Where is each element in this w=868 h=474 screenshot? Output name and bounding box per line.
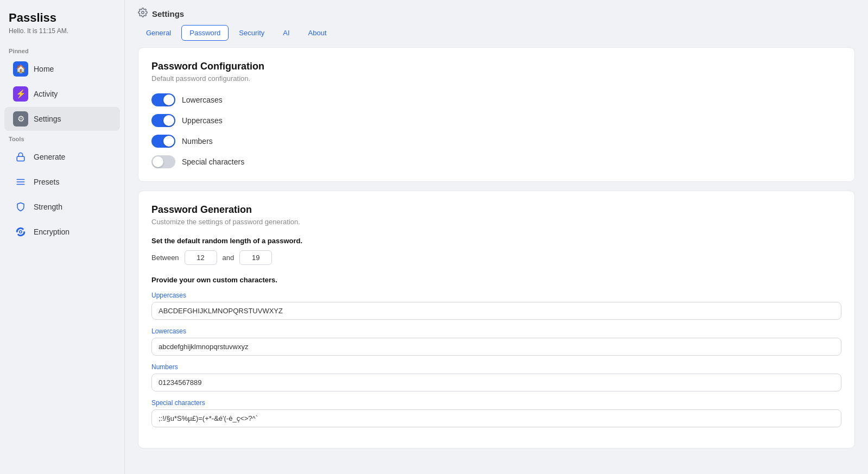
- toggle-numbers-thumb: [163, 136, 174, 147]
- page-header: Settings: [125, 0, 868, 25]
- uppercases-field-input[interactable]: [151, 302, 841, 320]
- encryption-icon: [13, 224, 28, 239]
- main-content: Settings General Password Security AI Ab…: [125, 0, 868, 474]
- svg-point-4: [20, 231, 22, 233]
- min-length-input[interactable]: [185, 250, 217, 265]
- tab-security[interactable]: Security: [231, 25, 273, 41]
- custom-chars-label: Provide your own custom characters.: [151, 276, 841, 284]
- content-area: Password Configuration Default password …: [125, 47, 868, 462]
- password-config-title: Password Configuration: [151, 61, 841, 72]
- app-logo: Passliss: [0, 11, 124, 27]
- activity-icon: ⚡: [13, 86, 28, 102]
- presets-icon: [13, 174, 28, 189]
- numbers-field-input[interactable]: [151, 374, 841, 391]
- length-section-label: Set the default random length of a passw…: [151, 237, 841, 245]
- sidebar-item-presets-label: Presets: [34, 178, 59, 186]
- numbers-field-group: Numbers: [151, 363, 841, 391]
- password-generation-title: Password Generation: [151, 204, 841, 216]
- toggle-row-uppercases: Uppercases: [151, 114, 841, 127]
- password-generation-subtitle: Customize the settings of password gener…: [151, 218, 841, 226]
- sidebar-item-settings-label: Settings: [34, 115, 61, 123]
- toggle-row-numbers: Numbers: [151, 135, 841, 148]
- toggle-row-lowercases: Lowercases: [151, 93, 841, 106]
- toggle-uppercases-label: Uppercases: [182, 116, 223, 125]
- special-chars-field-label: Special characters: [151, 399, 841, 407]
- lowercases-field-group: Lowercases: [151, 327, 841, 356]
- sidebar-item-presets[interactable]: Presets: [4, 170, 120, 194]
- pinned-section-label: Pinned: [0, 43, 124, 56]
- toggle-uppercases[interactable]: [151, 114, 175, 127]
- tabs-nav: General Password Security AI About: [125, 25, 868, 47]
- sidebar-item-generate[interactable]: Generate: [4, 145, 120, 169]
- toggle-numbers[interactable]: [151, 135, 175, 148]
- sidebar-item-home[interactable]: 🏠 Home: [4, 57, 120, 81]
- between-label: Between: [151, 254, 179, 262]
- sidebar-item-strength[interactable]: Strength: [4, 195, 120, 219]
- sidebar-item-encryption-label: Encryption: [34, 227, 69, 236]
- tab-general[interactable]: General: [138, 25, 179, 41]
- max-length-input[interactable]: [239, 250, 272, 265]
- password-generation-card: Password Generation Customize the settin…: [138, 191, 855, 448]
- numbers-field-label: Numbers: [151, 363, 841, 371]
- home-icon: 🏠: [13, 61, 28, 77]
- page-header-icon: [138, 8, 148, 20]
- toggle-lowercases-label: Lowercases: [182, 96, 223, 104]
- lowercases-field-input[interactable]: [151, 338, 841, 356]
- toggle-numbers-label: Numbers: [182, 137, 213, 146]
- page-title: Settings: [152, 9, 184, 18]
- sidebar-item-activity-label: Activity: [34, 90, 58, 98]
- settings-icon: ⚙: [13, 111, 28, 127]
- uppercases-field-group: Uppercases: [151, 292, 841, 320]
- toggle-uppercases-thumb: [163, 115, 174, 126]
- generate-icon: [13, 149, 28, 165]
- sidebar-item-generate-label: Generate: [34, 153, 65, 161]
- special-chars-field-group: Special characters: [151, 399, 841, 427]
- toggle-lowercases[interactable]: [151, 93, 175, 106]
- toggle-special-chars[interactable]: [151, 155, 175, 168]
- sidebar-item-activity[interactable]: ⚡ Activity: [4, 82, 120, 106]
- tab-password[interactable]: Password: [181, 25, 229, 41]
- lowercases-field-label: Lowercases: [151, 327, 841, 335]
- password-config-subtitle: Default password configuration.: [151, 74, 841, 83]
- tab-ai[interactable]: AI: [275, 25, 297, 41]
- strength-icon: [13, 199, 28, 214]
- password-config-card: Password Configuration Default password …: [138, 47, 855, 182]
- toggle-row-special-chars: Special characters: [151, 155, 841, 168]
- svg-point-5: [142, 11, 144, 14]
- sidebar-item-strength-label: Strength: [34, 203, 62, 211]
- app-greeting: Hello. It is 11:15 AM.: [0, 27, 124, 43]
- svg-rect-0: [17, 156, 24, 161]
- toggle-special-chars-label: Special characters: [182, 157, 244, 166]
- sidebar-item-encryption[interactable]: Encryption: [4, 220, 120, 244]
- and-label: and: [223, 254, 235, 262]
- toggle-special-chars-thumb: [153, 156, 163, 167]
- tab-about[interactable]: About: [300, 25, 335, 41]
- range-row: Between and: [151, 250, 841, 265]
- special-chars-field-input[interactable]: [151, 409, 841, 427]
- toggle-lowercases-thumb: [163, 94, 174, 105]
- sidebar-item-home-label: Home: [34, 65, 54, 73]
- sidebar: Passliss Hello. It is 11:15 AM. Pinned 🏠…: [0, 0, 125, 474]
- app-name: Passliss: [9, 11, 116, 25]
- sidebar-item-settings[interactable]: ⚙ Settings: [4, 107, 120, 131]
- uppercases-field-label: Uppercases: [151, 292, 841, 299]
- tools-section-label: Tools: [0, 131, 124, 144]
